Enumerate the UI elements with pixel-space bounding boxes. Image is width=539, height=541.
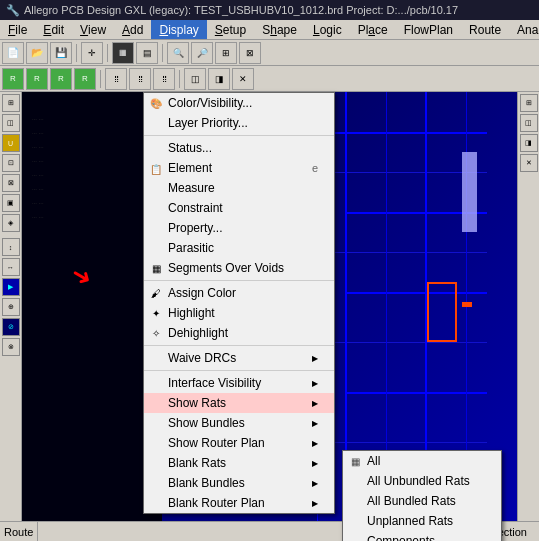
assign-color-icon: 🖌	[148, 285, 164, 301]
menu-parasitic[interactable]: Parasitic	[144, 238, 334, 258]
sb-12[interactable]: ⊘	[2, 318, 20, 336]
sb-2[interactable]: ◫	[2, 114, 20, 132]
title-bar: 🔧 Allegro PCB Design GXL (legacy): TEST_…	[0, 0, 539, 20]
toolbar-row-2: R R R R ⣿ ⣿ ⣿ ◫ ◨ ✕	[0, 66, 539, 92]
menu-measure[interactable]: Measure	[144, 178, 334, 198]
layer-priority-icon	[148, 115, 164, 131]
tb-sep-5	[179, 70, 180, 88]
tb-extra2[interactable]: ◨	[208, 68, 230, 90]
menu-file[interactable]: File	[0, 20, 35, 39]
sb-4[interactable]: ⊡	[2, 154, 20, 172]
menu-edit[interactable]: Edit	[35, 20, 72, 39]
menu-add[interactable]: Add	[114, 20, 151, 39]
title-text: Allegro PCB Design GXL (legacy): TEST_US…	[24, 4, 458, 16]
menu-blank-router-plan[interactable]: Blank Router Plan	[144, 493, 334, 513]
sb-11[interactable]: ⊕	[2, 298, 20, 316]
highlight-icon: ✦	[148, 305, 164, 321]
left-sidebar: ⊞ ◫ U ⊡ ⊠ ▣ ◈ ↕ ↔ ▶ ⊕ ⊘ ⊗	[0, 92, 22, 521]
menu-highlight[interactable]: ✦ Highlight	[144, 303, 334, 323]
sb-10[interactable]: ▶	[2, 278, 20, 296]
display-dropdown: 🎨 Color/Visibility... Layer Priority... …	[143, 92, 335, 514]
menu-waive-drcs[interactable]: Waive DRCs	[144, 348, 334, 368]
tb-r3[interactable]: R	[50, 68, 72, 90]
sb-9[interactable]: ↔	[2, 258, 20, 276]
tb-zoom-in[interactable]: 🔍	[167, 42, 189, 64]
tb-add-connect[interactable]: ✛	[81, 42, 103, 64]
tb-zoom-out[interactable]: 🔎	[191, 42, 213, 64]
rs-3[interactable]: ◨	[520, 134, 538, 152]
menu-assign-color[interactable]: 🖌 Assign Color	[144, 283, 334, 303]
dehighlight-icon: ✧	[148, 325, 164, 341]
show-rats-components[interactable]: Components	[343, 531, 501, 541]
rs-2[interactable]: ◫	[520, 114, 538, 132]
menu-logic[interactable]: Logic	[305, 20, 350, 39]
rs-1[interactable]: ⊞	[520, 94, 538, 112]
tb-zoom-sel[interactable]: ⊠	[239, 42, 261, 64]
segments-icon: ▦	[148, 260, 164, 276]
tb-r4[interactable]: R	[74, 68, 96, 90]
tb-extra1[interactable]: ◫	[184, 68, 206, 90]
tb-new[interactable]: 📄	[2, 42, 24, 64]
tb-r2[interactable]: R	[26, 68, 48, 90]
menu-blank-bundles[interactable]: Blank Bundles	[144, 473, 334, 493]
sep-3	[144, 345, 334, 346]
show-rats-all[interactable]: ▦ All	[343, 451, 501, 471]
menu-view[interactable]: View	[72, 20, 114, 39]
menu-show-bundles[interactable]: Show Bundles	[144, 413, 334, 433]
menu-element[interactable]: 📋 Element e	[144, 158, 334, 178]
show-rats-all-bundled[interactable]: All Bundled Rats	[343, 491, 501, 511]
tb-dots3[interactable]: ⣿	[153, 68, 175, 90]
menu-blank-rats[interactable]: Blank Rats	[144, 453, 334, 473]
color-visibility-icon: 🎨	[148, 95, 164, 111]
sb-6[interactable]: ▣	[2, 194, 20, 212]
sb-8[interactable]: ↕	[2, 238, 20, 256]
menu-setup[interactable]: Setup	[207, 20, 254, 39]
show-rats-all-unbundled[interactable]: All Unbundled Rats	[343, 471, 501, 491]
menu-route[interactable]: Route	[461, 20, 509, 39]
menu-segments[interactable]: ▦ Segments Over Voids	[144, 258, 334, 278]
tb-r1[interactable]: R	[2, 68, 24, 90]
menu-interface-visibility[interactable]: Interface Visibility	[144, 373, 334, 393]
menu-layer-priority[interactable]: Layer Priority...	[144, 113, 334, 133]
app-icon: 🔧	[6, 4, 20, 17]
sep-4	[144, 370, 334, 371]
menu-color-visibility[interactable]: 🎨 Color/Visibility...	[144, 93, 334, 113]
grid-icon: ▦	[347, 453, 363, 469]
sep-2	[144, 280, 334, 281]
tb-sep-3	[162, 44, 163, 62]
sb-3[interactable]: U	[2, 134, 20, 152]
sb-5[interactable]: ⊠	[2, 174, 20, 192]
sep-1	[144, 135, 334, 136]
element-icon: 📋	[148, 161, 164, 177]
menu-analyze[interactable]: Analy...	[509, 20, 539, 39]
menu-constraint[interactable]: Constraint	[144, 198, 334, 218]
menu-shape[interactable]: Shape	[254, 20, 305, 39]
sb-7[interactable]: ◈	[2, 214, 20, 232]
menu-dehighlight[interactable]: ✧ Dehighlight	[144, 323, 334, 343]
menu-show-rats[interactable]: Show Rats	[144, 393, 334, 413]
right-sidebar: ⊞ ◫ ◨ ✕	[517, 92, 539, 521]
status-command: Route	[4, 522, 38, 541]
tb-save[interactable]: 💾	[50, 42, 72, 64]
tb-dots1[interactable]: ⣿	[105, 68, 127, 90]
sb-13[interactable]: ⊗	[2, 338, 20, 356]
tb-sep-1	[76, 44, 77, 62]
tb-dots2[interactable]: ⣿	[129, 68, 151, 90]
tb-color[interactable]: ▦	[112, 42, 134, 64]
menu-display[interactable]: Display	[151, 20, 206, 39]
show-rats-submenu: ▦ All All Unbundled Rats All Bundled Rat…	[342, 450, 502, 541]
menu-status[interactable]: Status...	[144, 138, 334, 158]
toolbar-row-1: 📄 📂 💾 ✛ ▦ ▤ 🔍 🔎 ⊞ ⊠	[0, 40, 539, 66]
menu-flowplan[interactable]: FlowPlan	[396, 20, 461, 39]
rs-4[interactable]: ✕	[520, 154, 538, 172]
menu-property[interactable]: Property...	[144, 218, 334, 238]
tb-open[interactable]: 📂	[26, 42, 48, 64]
menu-place[interactable]: Place	[350, 20, 396, 39]
tb-sep-4	[100, 70, 101, 88]
show-rats-unplanned[interactable]: Unplanned Rats	[343, 511, 501, 531]
sb-1[interactable]: ⊞	[2, 94, 20, 112]
menu-show-router-plan[interactable]: Show Router Plan	[144, 433, 334, 453]
tb-layer[interactable]: ▤	[136, 42, 158, 64]
tb-zoom-fit[interactable]: ⊞	[215, 42, 237, 64]
tb-extra3[interactable]: ✕	[232, 68, 254, 90]
